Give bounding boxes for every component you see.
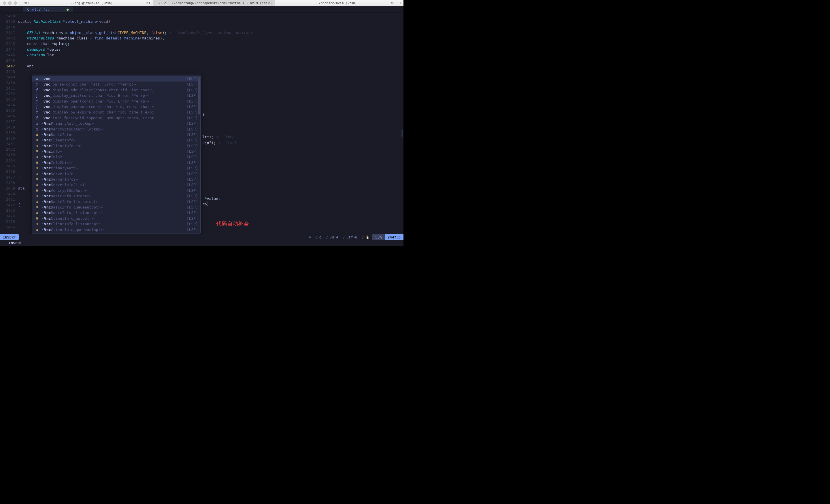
terminal-tab-1[interactable]: ..ang.github.io (-zsh) ⌘1 bbox=[31, 0, 153, 6]
completion-source: [LSP] bbox=[187, 154, 198, 160]
completion-source: [LSP] bbox=[187, 109, 198, 115]
code-line[interactable]: 2447 vnc bbox=[0, 63, 404, 69]
buffer-tab[interactable]: C vl.c (1) ● bbox=[23, 7, 73, 12]
cursor-position: 2447:8 bbox=[385, 234, 404, 240]
dot-icon: • bbox=[41, 160, 43, 165]
completion-source: [LSP] bbox=[187, 127, 198, 132]
code-line[interactable]: 2440{ bbox=[0, 25, 404, 30]
completion-item[interactable]: ⊞•VncBasicInfo_autoptr~[LSP] bbox=[32, 193, 200, 199]
completion-item[interactable]: ƒ vnc_display_pw_expire(const char *id, … bbox=[32, 109, 200, 115]
line-text: static MachineClass *select_machine(void… bbox=[18, 19, 404, 24]
line-number: 2463 bbox=[0, 152, 18, 158]
completion-item[interactable]: ƒ vnc_display_password(const char *id, c… bbox=[32, 104, 200, 109]
completion-source: [LSP] bbox=[187, 221, 198, 227]
code-line[interactable]: 2443 const char *optarg; bbox=[0, 41, 404, 46]
dot-icon: • bbox=[41, 148, 43, 154]
completion-popup[interactable]: ≡ vnc[BUF]ƒ vnc_parse(const char *str, E… bbox=[32, 75, 200, 234]
completion-kind-icon: ⊞ bbox=[34, 188, 39, 193]
completion-item[interactable]: α•VncVencryptSubAuth_lookup~[LSP] bbox=[32, 127, 200, 132]
terminal-tab-3[interactable]: ../opensrc/nvim (-zsh) ⌘3 bbox=[275, 0, 397, 6]
buffer-name: vl.c bbox=[32, 7, 41, 11]
terminal-tab-2[interactable]: vl.c + (/home/fang/Code/opensrc/qemu/sof… bbox=[153, 0, 275, 6]
completion-item[interactable]: ⊞•VncClientInfo_autoptr~[LSP] bbox=[32, 216, 200, 221]
line-number: 2441 bbox=[0, 30, 18, 35]
match-text: vnc bbox=[43, 76, 50, 81]
code-line[interactable]: 2439static MachineClass *select_machine(… bbox=[0, 19, 404, 24]
completion-signature: VencryptSubAuth~ bbox=[51, 188, 87, 193]
completion-item[interactable]: ⊞•VncClientInfo_listautoptr~[LSP] bbox=[32, 221, 200, 227]
dot-icon: • bbox=[41, 176, 43, 182]
completion-item[interactable]: ⊞•VncPrimaryAuth~[LSP] bbox=[32, 165, 200, 171]
popup-scrollbar[interactable] bbox=[198, 77, 200, 114]
new-tab-button[interactable]: + bbox=[397, 1, 404, 5]
code-line[interactable]: 2442 MachineClass *machine_class = find_… bbox=[0, 35, 404, 41]
completion-signature: _init_func(void *opaque, QemuOpts *opts,… bbox=[50, 115, 154, 121]
completion-item[interactable]: ƒ vnc_init_func(void *opaque, QemuOpts *… bbox=[32, 115, 200, 121]
line-number: 2444 bbox=[0, 47, 18, 52]
completion-signature: ClientInfo_autoptr~ bbox=[51, 216, 94, 221]
code-area[interactable]: )lt"); <- (fmt)s\n"); <- (fmt) *value,rp… bbox=[0, 13, 404, 234]
completion-kind-icon: ⊞ bbox=[34, 148, 39, 154]
completion-item[interactable]: ⊞•VncInfo2List~[LSP] bbox=[32, 160, 200, 165]
line-number: 2453 bbox=[0, 97, 18, 102]
line-number: 2448 bbox=[0, 69, 18, 74]
completion-item[interactable]: ƒ vnc_display_init(const char *id, Error… bbox=[32, 93, 200, 98]
line-number: 2465 bbox=[0, 163, 18, 169]
completion-item[interactable]: ƒ vnc_display_add_client(const char *id,… bbox=[32, 87, 200, 93]
match-text: vnc bbox=[43, 115, 50, 121]
completion-kind-icon: ⊞ bbox=[34, 176, 39, 182]
dot-icon: • bbox=[41, 127, 43, 132]
tab-shortcut: ⌘2 bbox=[268, 1, 272, 5]
close-dot[interactable] bbox=[3, 1, 6, 5]
completion-item[interactable]: ≡ vnc[BUF] bbox=[32, 76, 200, 81]
line-text: MachineClass *machine_class = find_defau… bbox=[18, 35, 404, 41]
scroll-percent: 53% bbox=[372, 234, 385, 240]
completion-kind-icon: ⊞ bbox=[34, 160, 39, 165]
completion-item[interactable]: α•VncPrimaryAuth_lookup~[LSP] bbox=[32, 121, 200, 126]
completion-item[interactable]: ƒ vnc_display_open(const char *id, Error… bbox=[32, 99, 200, 104]
code-line[interactable]: 2441 GSList *machines = object_class_get… bbox=[0, 30, 404, 35]
completion-item[interactable]: ⊞•VncBasicInfo_queueautoptr~[LSP] bbox=[32, 204, 200, 210]
completion-item[interactable]: ⊞•VncClientInfo~[LSP] bbox=[32, 137, 200, 143]
match-text: Vnc bbox=[44, 199, 51, 204]
completion-item[interactable]: ⊞•VncBasicInfo_listautoptr~[LSP] bbox=[32, 199, 200, 204]
completion-kind-icon: α bbox=[34, 127, 39, 132]
completion-kind-icon: ⊞ bbox=[34, 137, 39, 143]
min-dot[interactable] bbox=[8, 1, 11, 5]
completion-source: [LSP] bbox=[187, 104, 198, 109]
completion-kind-icon: ƒ bbox=[34, 115, 39, 121]
tab-shortcut: ⌘1 bbox=[147, 1, 150, 5]
completion-item[interactable]: ⊞•VncVencryptSubAuth~[LSP] bbox=[32, 188, 200, 193]
completion-item[interactable]: ⊞•VncInfo~[LSP] bbox=[32, 148, 200, 154]
completion-source: [LSP] bbox=[187, 227, 198, 232]
completion-item[interactable]: ƒ vnc_parse(const char *str, Error **err… bbox=[32, 81, 200, 87]
code-line[interactable]: 2445 Location loc; bbox=[0, 52, 404, 58]
completion-item[interactable]: ⊞•VncBasicInfo~[LSP] bbox=[32, 132, 200, 137]
shiftwidth-segment: /SW:4 bbox=[324, 234, 341, 240]
editor-scrollbar[interactable] bbox=[402, 129, 403, 137]
completion-item[interactable]: ⊞•VncClientInfoList~[LSP] bbox=[32, 143, 200, 148]
max-dot[interactable] bbox=[14, 1, 17, 5]
match-text: vnc bbox=[43, 93, 50, 98]
dot-icon: • bbox=[41, 216, 43, 221]
completion-kind-icon: ⊞ bbox=[34, 165, 39, 171]
code-line[interactable]: 2446 bbox=[0, 58, 404, 63]
completion-item[interactable]: ⊞•VncServerInfo~[LSP] bbox=[32, 171, 200, 176]
code-line[interactable]: 2438 bbox=[0, 13, 404, 19]
completion-signature: PrimaryAuth~ bbox=[51, 165, 78, 171]
completion-item[interactable]: ⊞•VncClientInfo_queueautoptr~[LSP] bbox=[32, 227, 200, 232]
completion-item[interactable]: ⊞•VncServerInfo2~[LSP] bbox=[32, 176, 200, 182]
completion-item[interactable]: ⊞•VncServerInfo2List~[LSP] bbox=[32, 182, 200, 188]
completion-signature: ClientInfo~ bbox=[51, 137, 75, 143]
dot-icon: • bbox=[41, 204, 43, 210]
completion-signature: Info2List~ bbox=[51, 160, 73, 165]
code-line[interactable]: 2444 QemuOpts *opts; bbox=[0, 47, 404, 52]
completion-signature: Info2~ bbox=[51, 154, 64, 160]
window-titlebar: ⌃⌘1 ..ang.github.io (-zsh) ⌘1 vl.c + (/h… bbox=[0, 0, 404, 6]
completion-item[interactable]: ⊞•VncInfo2~[LSP] bbox=[32, 154, 200, 160]
code-line[interactable]: 2448 bbox=[0, 69, 404, 74]
dot-icon: • bbox=[41, 154, 43, 160]
statusline: INSERT ⊘ C c /SW:4 /utf-8 /🐧 53% 2447:8 bbox=[0, 234, 404, 240]
filetype-text: c bbox=[319, 235, 321, 239]
completion-item[interactable]: ⊞•VncBasicInfo_slistautoptr~[LSP] bbox=[32, 210, 200, 215]
